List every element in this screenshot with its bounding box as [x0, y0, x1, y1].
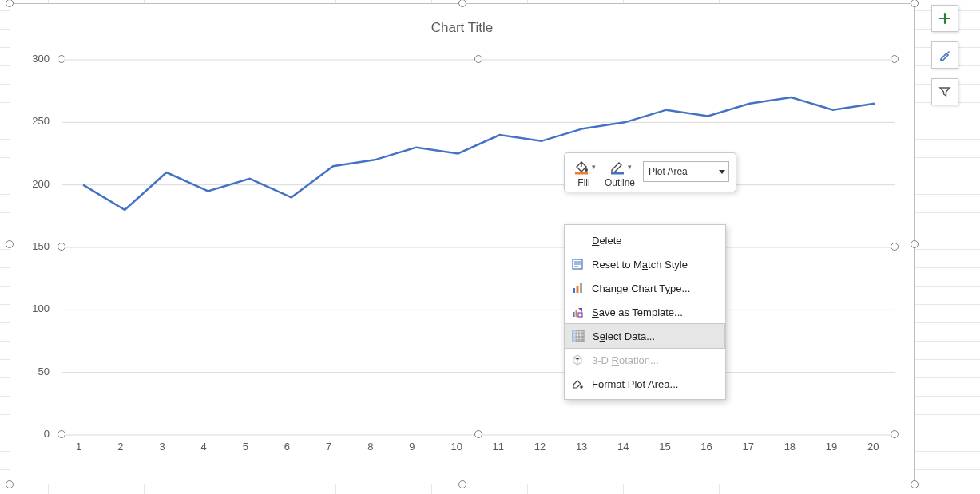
- selection-handle[interactable]: [458, 0, 466, 7]
- chart-title[interactable]: Chart Title: [10, 4, 914, 36]
- fill-button[interactable]: ▾ Fill: [571, 158, 597, 188]
- selection-handle[interactable]: [891, 430, 899, 438]
- menu-label: 3-D Rotation...: [592, 354, 659, 366]
- x-tick-label: 9: [409, 441, 415, 453]
- chart-element-dropdown[interactable]: Plot Area: [643, 161, 729, 182]
- svg-rect-13: [580, 283, 582, 293]
- svg-rect-11: [573, 288, 575, 293]
- selection-handle[interactable]: [58, 55, 65, 63]
- menu-change-chart-type[interactable]: Change Chart Type...: [565, 276, 725, 300]
- selection-handle[interactable]: [911, 480, 919, 488]
- svg-point-7: [585, 168, 588, 172]
- y-tick-label: 0: [26, 428, 50, 440]
- menu-select-data[interactable]: Select Data...: [565, 323, 725, 349]
- plot-area[interactable]: [54, 52, 903, 457]
- menu-label: Save as Template...: [592, 306, 683, 318]
- chart-type-icon: [569, 280, 585, 296]
- svg-rect-15: [576, 310, 578, 317]
- chevron-down-icon: ▾: [628, 163, 632, 171]
- y-tick-label: 250: [26, 115, 50, 127]
- menu-delete[interactable]: Delete: [565, 228, 725, 252]
- chart-side-buttons: [931, 5, 958, 105]
- format-icon: [569, 376, 585, 392]
- svg-rect-18: [573, 330, 576, 342]
- selection-handle[interactable]: [891, 243, 899, 251]
- x-tick-label: 11: [493, 441, 504, 453]
- x-tick-label: 3: [159, 441, 165, 453]
- x-tick-label: 8: [367, 441, 373, 453]
- menu-label: Select Data...: [593, 330, 655, 342]
- menu-label: Reset to Match Style: [592, 259, 688, 271]
- paintbrush-icon: [938, 49, 951, 61]
- context-menu: Delete Reset to Match Style Change Chart…: [564, 224, 726, 400]
- menu-label: Change Chart Type...: [592, 283, 690, 294]
- menu-format-plot-area[interactable]: Format Plot Area...: [565, 372, 725, 396]
- selection-handle[interactable]: [474, 430, 482, 438]
- svg-rect-8: [575, 172, 588, 175]
- chart-object[interactable]: Chart Title: [10, 3, 915, 484]
- select-data-icon: [570, 328, 586, 344]
- svg-point-19: [580, 385, 583, 389]
- x-tick-label: 4: [201, 441, 207, 453]
- funnel-icon: [938, 85, 951, 98]
- x-tick-label: 15: [659, 441, 670, 453]
- svg-rect-9: [611, 172, 624, 175]
- y-tick-label: 150: [26, 240, 50, 252]
- y-tick-label: 300: [26, 53, 50, 65]
- menu-3d-rotation: 3-D Rotation...: [565, 348, 725, 372]
- selection-handle[interactable]: [911, 240, 919, 248]
- x-tick-label: 18: [784, 441, 796, 453]
- x-tick-label: 12: [534, 441, 546, 453]
- svg-rect-14: [573, 312, 575, 317]
- save-template-icon: [569, 304, 585, 320]
- reset-icon: [569, 256, 585, 272]
- chart-styles-button[interactable]: [931, 41, 958, 69]
- menu-label: Delete: [592, 235, 622, 247]
- x-tick-label: 14: [617, 441, 629, 453]
- selection-handle[interactable]: [6, 480, 14, 488]
- x-tick-label: 19: [826, 441, 837, 453]
- x-tick-label: 17: [742, 441, 753, 453]
- outline-button[interactable]: ▾ Outline: [605, 158, 635, 188]
- selection-handle[interactable]: [58, 430, 65, 438]
- chart-elements-button[interactable]: [931, 5, 958, 32]
- menu-reset-style[interactable]: Reset to Match Style: [565, 252, 725, 276]
- x-tick-label: 7: [326, 441, 331, 453]
- dropdown-value: Plot Area: [649, 166, 688, 177]
- plus-icon: [938, 12, 951, 25]
- fill-label: Fill: [577, 177, 589, 188]
- svg-rect-16: [578, 313, 582, 317]
- x-tick-label: 13: [576, 441, 587, 453]
- outline-label: Outline: [605, 177, 635, 188]
- x-tick-label: 16: [700, 441, 712, 453]
- selection-handle[interactable]: [891, 55, 899, 63]
- paint-bucket-icon: [573, 158, 590, 176]
- cube-icon: [569, 352, 585, 368]
- x-tick-label: 5: [243, 441, 248, 453]
- chevron-down-icon: [719, 170, 725, 174]
- x-tick-label: 20: [867, 441, 879, 453]
- svg-rect-12: [577, 286, 579, 293]
- selection-handle[interactable]: [474, 55, 482, 63]
- x-tick-label: 1: [76, 441, 81, 453]
- selection-handle[interactable]: [6, 240, 14, 248]
- x-tick-label: 2: [117, 441, 123, 453]
- x-tick-label: 6: [284, 441, 290, 453]
- y-tick-label: 50: [26, 366, 50, 377]
- mini-toolbar: ▾ Fill ▾ Outline Plot Area: [564, 152, 736, 192]
- y-tick-label: 100: [26, 302, 50, 314]
- x-tick-label: 10: [450, 441, 462, 453]
- y-tick-label: 200: [26, 178, 50, 190]
- selection-handle[interactable]: [458, 480, 466, 488]
- chart-filters-button[interactable]: [931, 78, 958, 105]
- pen-icon: [609, 158, 626, 176]
- chevron-down-icon: ▾: [592, 163, 596, 171]
- selection-handle[interactable]: [58, 243, 65, 251]
- menu-save-template[interactable]: Save as Template...: [565, 300, 725, 324]
- menu-label: Format Plot Area...: [592, 378, 678, 390]
